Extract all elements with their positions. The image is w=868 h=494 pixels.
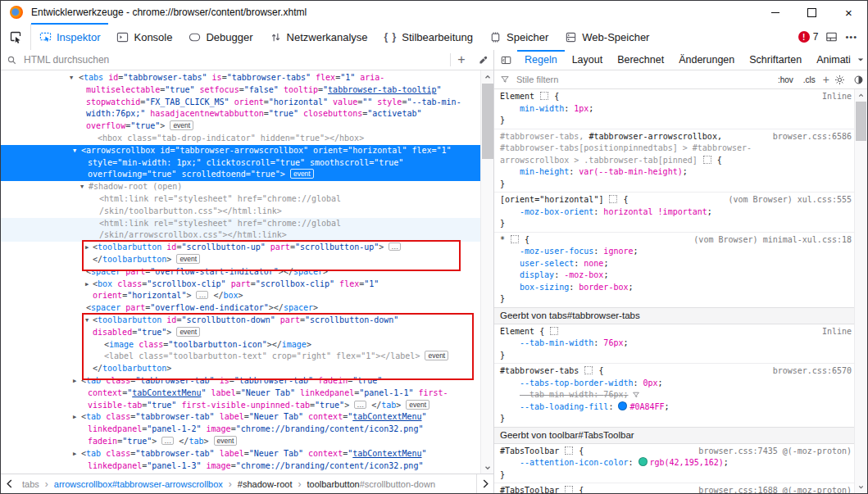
rule-selector[interactable]: arrowscrollbox > .tabbrowser-tab[pinned]…: [500, 155, 852, 167]
markup-line[interactable]: linkedpanel="panel-1-2" image="chrome://…: [1, 424, 480, 436]
markup-line[interactable]: multiselectable="true" setfocus="false" …: [1, 84, 480, 97]
rule-selector[interactable]: browser.css:6570#tabbrowser-tabs {: [500, 365, 852, 378]
error-count-badge[interactable]: ! 7: [798, 31, 819, 43]
stylesheet-link[interactable]: browser.css:6586: [773, 131, 852, 143]
markup-line[interactable]: ▶<toolbarbutton id="scrollbutton-up" par…: [1, 242, 480, 254]
css-declaration[interactable]: box-sizing: border-box;: [500, 282, 852, 294]
markup-line[interactable]: <hbox class="tab-drop-indicator" hidden=…: [1, 133, 480, 145]
css-declaration[interactable]: --tab-min-width: 76px;: [500, 338, 852, 350]
scroll-down-arrow[interactable]: [481, 462, 494, 473]
css-declaration[interactable]: min-width: 1px;: [500, 103, 852, 116]
sidebar-tab-regeln[interactable]: Regeln: [517, 50, 565, 70]
pseudo-class-button[interactable]: :hov: [775, 75, 796, 85]
scroll-down-arrow[interactable]: [855, 482, 867, 492]
tab-netzwerkanalyse[interactable]: Netzwerkanalyse: [261, 24, 376, 50]
color-swatch[interactable]: [639, 457, 648, 466]
style-filter-input[interactable]: [515, 74, 770, 85]
expand-arrow[interactable]: ▼: [80, 181, 89, 193]
scroll-up-arrow[interactable]: [855, 90, 867, 101]
markup-line[interactable]: ▶<tab class="tabbrowser-tab" label="Neue…: [1, 448, 480, 460]
markup-line[interactable]: disabled="true"> event: [1, 327, 480, 339]
add-rule-button[interactable]: +: [823, 73, 829, 86]
css-declaration[interactable]: user-select: none;: [500, 258, 852, 270]
stylesheet-link[interactable]: (vom Browser) xul.css:555: [728, 194, 852, 206]
markup-line[interactable]: <spacer part="overflow-end-indicator"></…: [1, 302, 480, 315]
selector-highlighter-icon[interactable]: [609, 195, 617, 203]
eyedropper-button[interactable]: [472, 55, 493, 66]
sidebar-toggle-button[interactable]: [494, 50, 517, 70]
sidebar-tab-schriftarten[interactable]: Schriftarten: [742, 50, 809, 70]
class-toggle-button[interactable]: .cls: [801, 75, 818, 85]
expand-badge[interactable]: …: [161, 437, 174, 445]
event-badge[interactable]: event: [176, 254, 200, 264]
rule-selector[interactable]: InlineElement {: [500, 91, 852, 103]
markup-line[interactable]: visible-tab="true" first-visible-unpinne…: [1, 400, 480, 412]
markup-line[interactable]: width:76px;" hasadjacentnewtabbutton="tr…: [1, 108, 480, 120]
tab-konsole[interactable]: Konsole: [108, 24, 180, 50]
css-declaration[interactable]: --tab-min-width: 76px;: [500, 389, 852, 401]
expand-arrow[interactable]: ▼: [85, 315, 93, 327]
breadcrumb-scroll-right[interactable]: [476, 474, 493, 493]
markup-line[interactable]: overflowing="true" scrolledtoend="true">…: [1, 169, 480, 181]
markup-line[interactable]: ▶<tab class="tabbrowser-tab" label="Neue…: [1, 411, 480, 424]
markup-scrollbar[interactable]: [480, 70, 494, 474]
markup-line[interactable]: ▼<tabs id="tabbrowser-tabs" is="tabbrows…: [1, 72, 480, 84]
light-theme-icon[interactable]: [834, 75, 845, 85]
selector-highlighter-icon[interactable]: [511, 235, 519, 243]
markup-line[interactable]: /skin/toolbarbutton.css"></html:link>: [1, 206, 480, 218]
selector-highlighter-icon[interactable]: [703, 156, 711, 164]
markup-line[interactable]: ▶<tab class="tabbrowser-tab" is="tabbrow…: [1, 375, 480, 387]
maximize-button[interactable]: [793, 1, 830, 24]
tab-speicher[interactable]: Speicher: [481, 24, 557, 50]
rule-selector[interactable]: (vom Browser) minimal-xul.css:18* {: [500, 234, 852, 247]
css-declaration[interactable]: min-height: var(--tab-min-height);: [500, 166, 852, 179]
pick-element-button[interactable]: [1, 24, 31, 50]
rule-selector[interactable]: browser.css:1688 @(-moz-proton)#TabsTool…: [500, 485, 852, 493]
minimize-button[interactable]: [757, 1, 793, 24]
tab-web-speicher[interactable]: Web-Speicher: [557, 24, 657, 50]
markup-line[interactable]: ▼<arrowscrollbox id="tabbrowser-arrowscr…: [1, 145, 480, 157]
stylesheet-link[interactable]: (vom Browser) minimal-xul.css:18: [693, 234, 852, 247]
markup-line[interactable]: orient="horizontal"> … </box>: [1, 290, 480, 302]
overridden-filter-icon[interactable]: [632, 391, 640, 399]
markup-line[interactable]: fadein="true"> … </tab> event: [1, 436, 480, 448]
markup-line[interactable]: <html:link rel="stylesheet" href="chrome…: [1, 218, 480, 230]
sidebar-tab-änderungen[interactable]: Änderungen: [671, 50, 742, 70]
sidebar-tab-layout[interactable]: Layout: [565, 50, 611, 70]
expand-arrow[interactable]: ▶: [85, 279, 93, 291]
breadcrumb-item[interactable]: tabs: [22, 479, 39, 489]
event-badge[interactable]: event: [176, 327, 200, 337]
markup-line[interactable]: <label class="toolbarbutton-text" crop="…: [1, 351, 480, 363]
selector-highlighter-icon[interactable]: [550, 327, 558, 335]
tab-debugger[interactable]: Debugger: [180, 24, 261, 50]
rule-selector[interactable]: #tabbrowser-tabs[positionpinnedtabs] > #…: [500, 143, 852, 155]
event-badge[interactable]: event: [214, 436, 238, 446]
css-declaration[interactable]: --tab-loading-fill: #0A84FF;: [500, 401, 852, 414]
scroll-up-arrow[interactable]: [481, 71, 494, 82]
split-console-button[interactable]: [825, 31, 838, 43]
scrollbar-thumb[interactable]: [856, 102, 866, 141]
rule-selector[interactable]: (vom Browser) xul.css:555[orient="horizo…: [500, 194, 852, 206]
css-declaration[interactable]: -moz-box-orient: horizontal !important;: [500, 206, 852, 219]
markup-line[interactable]: /skin/arrowscrollbox.css"></html:link>: [1, 229, 480, 242]
stylesheet-link[interactable]: browser.css:6570: [773, 365, 852, 378]
close-button[interactable]: ×: [830, 1, 867, 24]
expand-arrow[interactable]: ▶: [85, 242, 93, 254]
selector-highlighter-icon[interactable]: [565, 446, 573, 455]
event-badge[interactable]: event: [425, 351, 448, 360]
expand-arrow[interactable]: ▶: [73, 411, 81, 424]
sidebar-tabs-overflow-button[interactable]: [854, 50, 867, 70]
search-input[interactable]: [22, 53, 450, 66]
markup-line[interactable]: linkedpanel="panel-1-3" image="chrome://…: [1, 460, 480, 473]
markup-line[interactable]: ▼#shadow-root (open): [1, 181, 480, 193]
rule-selector[interactable]: browser.css:7435 @(-moz-proton)#TabsTool…: [500, 446, 852, 458]
tab-inspektor[interactable]: Inspektor: [31, 24, 108, 50]
markup-line[interactable]: </toolbarbutton> event: [1, 254, 480, 266]
rule-selector[interactable]: InlineElement {: [500, 326, 852, 338]
expand-badge[interactable]: …: [354, 401, 366, 409]
event-badge[interactable]: event: [406, 400, 429, 410]
css-declaration[interactable]: display: -moz-box;: [500, 270, 852, 282]
event-badge[interactable]: event: [170, 120, 193, 130]
markup-line[interactable]: overflow="true"> event: [1, 120, 480, 133]
markup-line[interactable]: <image class="toolbarbutton-icon"></imag…: [1, 339, 480, 351]
